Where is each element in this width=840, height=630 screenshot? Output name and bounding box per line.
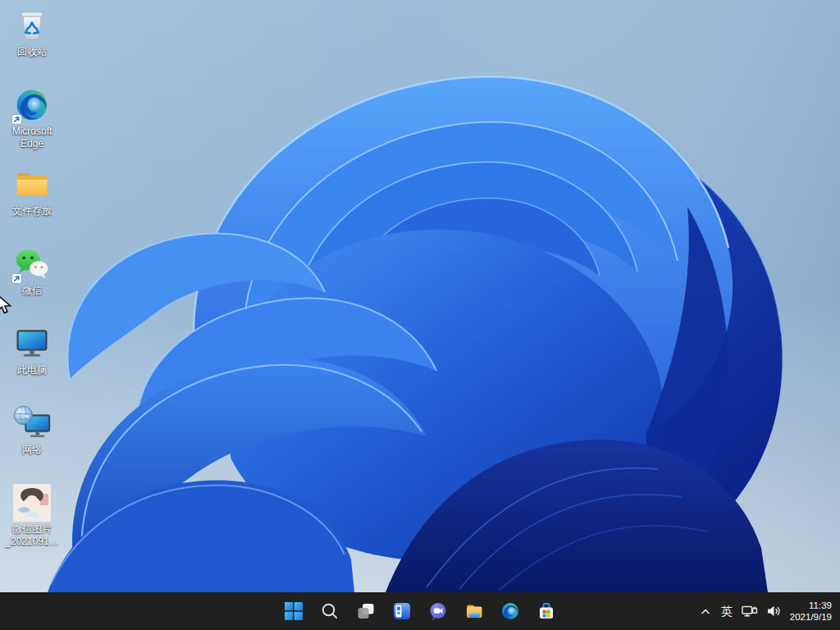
task-view-button[interactable]: [349, 595, 382, 628]
clock-date: 2021/9/19: [790, 611, 832, 623]
chat-icon: [428, 601, 448, 621]
widgets-icon: [392, 601, 412, 621]
desktop-icon-wechat[interactable]: 微信: [1, 245, 63, 297]
edge-icon: [13, 86, 51, 124]
start-button[interactable]: [277, 595, 310, 628]
folder-icon: [13, 166, 51, 203]
image-file-icon: [13, 484, 51, 522]
shortcut-arrow-badge: [11, 114, 22, 125]
windows-11-desktop: 回收站 Microsoft Edge 文件存放: [0, 0, 840, 630]
desktop-icon-label: 回收站: [17, 46, 47, 58]
edge-browser-icon: [500, 601, 520, 621]
this-pc-icon: [13, 325, 51, 363]
widgets-button[interactable]: [386, 595, 418, 628]
speaker-volume-icon: [765, 603, 782, 619]
tray-overflow-button[interactable]: [695, 595, 716, 628]
taskbar: 英 11:39 20: [0, 592, 840, 630]
desktop-icon-recycle-bin[interactable]: 回收站: [1, 7, 63, 58]
microsoft-store-button[interactable]: [530, 595, 563, 628]
desktop-icon-label: 此电脑: [17, 364, 47, 377]
wechat-icon: [13, 245, 51, 283]
clock-time: 11:39: [790, 600, 832, 611]
desktop-icon-network[interactable]: 网络: [1, 404, 63, 456]
chat-button[interactable]: [422, 595, 454, 628]
desktop-icon-wechat-image-file[interactable]: 微信图片 _2021091…: [1, 484, 63, 548]
desktop-icon-file-folder[interactable]: 文件存放: [1, 166, 63, 217]
ethernet-network-icon: [741, 603, 759, 619]
task-view-icon: [356, 601, 376, 621]
recycle-bin-icon: [13, 7, 51, 44]
file-explorer-icon: [464, 601, 484, 621]
desktop-icon-label: 文件存放: [12, 205, 52, 217]
desktop-icon-label: 微信: [22, 285, 42, 297]
microsoft-store-icon: [536, 601, 556, 621]
desktop-icon-label: 微信图片 _2021091…: [5, 523, 58, 548]
shortcut-arrow-badge: [11, 273, 22, 284]
desktop-icon-microsoft-edge[interactable]: Microsoft Edge: [1, 86, 63, 150]
windows-start-icon: [284, 601, 304, 621]
desktop-icon-label: 网络: [22, 444, 42, 456]
ime-language-label: 英: [721, 595, 733, 628]
file-explorer-button[interactable]: [458, 595, 491, 628]
taskbar-center-buttons: [276, 595, 564, 628]
desktop-icon-this-pc[interactable]: 此电脑: [1, 325, 63, 377]
mouse-cursor: [0, 294, 14, 314]
ime-language-button[interactable]: 英: [716, 595, 737, 628]
taskbar-tray: 英 11:39 20: [695, 595, 838, 628]
volume-button[interactable]: [762, 595, 785, 628]
edge-browser-button[interactable]: [494, 595, 527, 628]
taskbar-clock[interactable]: 11:39 2021/9/19: [785, 595, 838, 628]
network-status-button[interactable]: [737, 595, 762, 628]
search-icon: [320, 601, 340, 621]
chevron-up-icon: [699, 605, 712, 618]
desktop-icon-label: Microsoft Edge: [12, 126, 52, 150]
search-button[interactable]: [313, 595, 346, 628]
network-icon: [13, 404, 51, 442]
wallpaper-bloom: [0, 0, 840, 592]
